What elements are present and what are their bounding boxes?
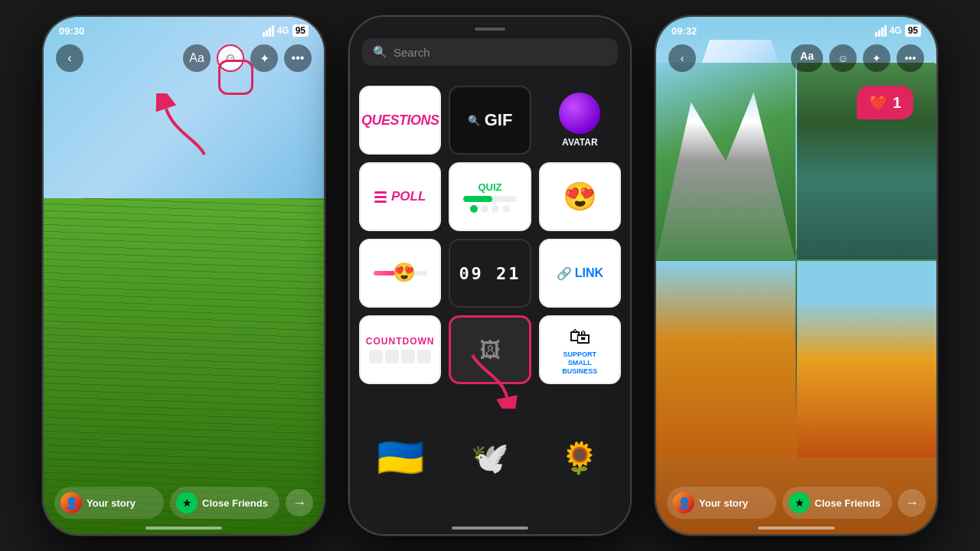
- send-button[interactable]: →: [286, 489, 313, 517]
- right-toolbar-center: Aa ☺ ✦ •••: [791, 44, 924, 72]
- cd-box-4: [417, 350, 431, 364]
- sticker-icon: ☺: [224, 51, 237, 65]
- link-chain-icon: 🔗: [557, 266, 572, 281]
- photo-icon: 🖼: [479, 337, 501, 363]
- text-button[interactable]: Aa: [183, 44, 211, 72]
- gif-sticker[interactable]: 🔍 GIF: [449, 86, 531, 155]
- effects-button[interactable]: ✦: [250, 44, 278, 72]
- poll-line-2: [374, 196, 387, 198]
- peace-dove-sticker[interactable]: 🕊️: [449, 427, 531, 488]
- text-icon: Aa: [189, 51, 204, 65]
- search-bar: 🔍 Search: [362, 38, 618, 66]
- quiz-dot-3: [492, 205, 499, 213]
- send-icon: →: [292, 495, 306, 511]
- phone-3: ❤️ 1 09:32 4G 95 ‹ Aa ☺ ✦ ••• 👤 Your sto…: [655, 15, 938, 536]
- slider-fill: [374, 271, 395, 276]
- camera-background: [44, 17, 324, 534]
- sticker-button-3[interactable]: ☺: [829, 44, 857, 72]
- more-button-3[interactable]: •••: [897, 44, 924, 72]
- effects-button-3[interactable]: ✦: [863, 44, 890, 72]
- support-label: SUPPORTSMALLBUSINESS: [562, 350, 597, 375]
- timer-display: 09 21: [459, 264, 521, 283]
- close-friends-button[interactable]: ★ Close Friends: [170, 487, 279, 519]
- time: 09:30: [59, 25, 84, 37]
- drag-handle[interactable]: [475, 28, 505, 31]
- sunflower-sticker[interactable]: 🌻: [539, 427, 621, 488]
- phone-1: 09:30 4G 95 ‹ Aa ☺ ✦ •••: [42, 15, 325, 536]
- cd-box-1: [369, 350, 383, 364]
- your-story-button-3[interactable]: 👤 Your story: [667, 487, 776, 519]
- story-bottom-bar: 👤 Your story ★ Close Friends →: [44, 479, 324, 534]
- gif-label: GIF: [485, 110, 513, 130]
- quiz-dot-4: [502, 205, 510, 213]
- cd-box-2: [385, 350, 399, 364]
- battery-indicator-3: 95: [905, 24, 921, 37]
- link-label: LINK: [575, 266, 603, 280]
- search-icon: 🔍: [373, 45, 387, 59]
- like-sticker: ❤️ 1: [857, 86, 913, 119]
- emoji-react-sticker[interactable]: 😍: [539, 162, 621, 231]
- slider-track: 😍: [374, 271, 427, 276]
- poll-sticker[interactable]: POLL: [359, 162, 441, 231]
- photo-panel-mountain: [656, 63, 795, 259]
- status-right-3: 4G 95: [875, 24, 921, 37]
- like-count: 1: [893, 94, 901, 112]
- quiz-dots: [470, 205, 510, 213]
- search-input-wrap[interactable]: 🔍 Search: [362, 38, 618, 66]
- back-button[interactable]: ‹: [56, 44, 83, 72]
- your-story-label: Your story: [87, 497, 136, 509]
- status-bar-3: 09:32 4G 95: [656, 17, 936, 40]
- support-small-business-sticker[interactable]: 🛍 SUPPORTSMALLBUSINESS: [539, 315, 621, 384]
- your-story-button[interactable]: 👤 Your story: [54, 487, 164, 519]
- status-right: 4G 95: [263, 24, 309, 37]
- quiz-bar-fill: [463, 196, 493, 202]
- questions-label: QUESTIONS: [361, 112, 439, 129]
- quiz-dot-2: [481, 205, 488, 213]
- close-friends-label-3: Close Friends: [815, 497, 880, 509]
- close-friends-icon-3: ★: [789, 492, 810, 514]
- quiz-dot-correct: [470, 205, 478, 213]
- photo-sticker-overlay: [656, 63, 936, 458]
- grass-scene: [44, 17, 324, 534]
- countdown-sticker[interactable]: COUNTDOWN: [359, 315, 441, 384]
- quiz-label: QUIZ: [478, 181, 501, 193]
- poll-line-1: [374, 191, 387, 194]
- send-icon-3: →: [905, 495, 919, 511]
- countdown-label: COUNTDOWN: [366, 336, 435, 347]
- avatar: 👤: [60, 492, 82, 514]
- questions-sticker[interactable]: QUESTIONS: [359, 86, 441, 155]
- support-bag-icon: 🛍: [569, 324, 590, 349]
- signal-icon-3: [875, 25, 887, 37]
- sticker-bottom-row: 🇺🇦 🕊️ 🌻: [359, 427, 621, 488]
- photo-panel-autumn1: [656, 261, 795, 458]
- back-button-3[interactable]: ‹: [668, 44, 696, 72]
- countdown-timer-sticker[interactable]: 09 21: [449, 239, 531, 308]
- avatar-sticker[interactable]: AVATAR: [539, 86, 621, 155]
- emoji-slider-sticker[interactable]: 😍: [359, 239, 441, 308]
- close-friends-icon: ★: [176, 492, 198, 514]
- quiz-sticker[interactable]: QUIZ: [449, 162, 531, 231]
- avatar-circle-purple: [559, 93, 600, 134]
- link-sticker[interactable]: 🔗 LINK: [539, 239, 621, 308]
- toolbar-center: Aa ☺ ✦ •••: [183, 44, 312, 72]
- cd-box-3: [401, 350, 415, 364]
- text-button-3[interactable]: Aa: [791, 44, 823, 72]
- network-label: 4G: [277, 25, 289, 36]
- your-story-label-3: Your story: [699, 497, 748, 509]
- send-button-3[interactable]: →: [898, 489, 926, 517]
- avatar-label: AVATAR: [562, 137, 597, 148]
- sticker-button[interactable]: ☺: [217, 44, 244, 72]
- ukraine-heart-sticker[interactable]: 🇺🇦: [359, 427, 441, 488]
- photo-sticker[interactable]: 🖼: [449, 315, 531, 384]
- close-friends-button-3[interactable]: ★ Close Friends: [782, 487, 892, 519]
- time-3: 09:32: [671, 25, 697, 37]
- right-toolbar: ‹ Aa ☺ ✦ •••: [656, 44, 936, 72]
- battery-indicator: 95: [292, 24, 309, 37]
- countdown-boxes: [369, 350, 431, 364]
- more-button[interactable]: •••: [284, 44, 312, 72]
- quiz-progress-bar: [463, 196, 517, 202]
- poll-label: POLL: [391, 189, 426, 204]
- slider-emoji: 😍: [393, 262, 416, 283]
- story-toolbar: ‹ Aa ☺ ✦ •••: [44, 44, 324, 72]
- phone-2: 🔍 Search QUESTIONS 🔍 GIF AVATAR PO: [348, 15, 632, 536]
